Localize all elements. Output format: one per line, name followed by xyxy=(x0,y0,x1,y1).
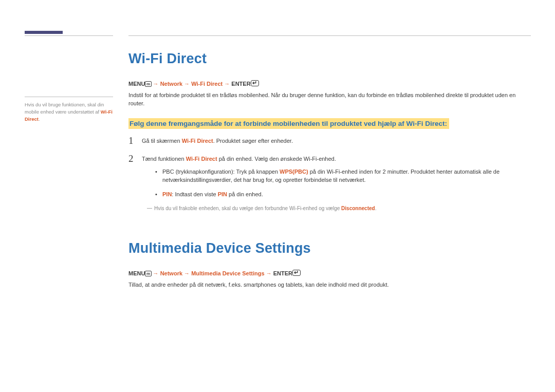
callout-row: Følg denne fremgangsmåde for at forbinde… xyxy=(128,118,531,129)
nav-path-wifi-direct: MENUm → Network → Wi-Fi Direct → ENTER xyxy=(128,80,531,88)
header-rule-left xyxy=(25,35,113,36)
nav-menu-label: MENU xyxy=(128,270,145,276)
step-1-hl: Wi-Fi Direct xyxy=(182,138,213,144)
footnote-hl: Disconnected xyxy=(341,206,375,211)
step-1: 1 Gå til skærmen Wi-Fi Direct. Produktet… xyxy=(128,136,531,145)
step-2-sublist: PBC (trykknapkonfiguration): Tryk på kna… xyxy=(154,168,531,199)
page: Hvis du vil bruge funktionen, skal din m… xyxy=(0,0,555,392)
menu-icon: m xyxy=(145,81,151,87)
sub-pin-post: på din enhed. xyxy=(227,191,263,197)
enter-icon xyxy=(292,270,301,276)
nav-wifidirect: Wi-Fi Direct xyxy=(191,81,223,87)
nav-arrow: → xyxy=(182,270,191,276)
nav-path-multimedia: MENUm → Network → Multimedia Device Sett… xyxy=(128,270,531,278)
nav-arrow: → xyxy=(153,81,160,87)
chapter-tab-marker xyxy=(25,31,63,34)
footnote-post: . xyxy=(375,206,377,211)
header-rule-right xyxy=(128,35,531,36)
step-2: 2 Tænd funktionen Wi-Fi Direct på din en… xyxy=(128,154,531,213)
section-multimedia: Multimedia Device Settings MENUm → Netwo… xyxy=(128,238,531,289)
sub-pin-hl2: PIN xyxy=(218,191,227,197)
sub-pbc-pre: PBC (trykknapkonfiguration): Tryk på kna… xyxy=(162,169,280,175)
step-2-number: 2 xyxy=(128,154,142,213)
nav-menu-label: MENU xyxy=(128,81,145,87)
intro-text: Indstil for at forbinde produktet til en… xyxy=(128,91,531,108)
nav-arrow: → xyxy=(182,81,191,87)
enter-icon xyxy=(251,80,259,86)
sidebar-note-text-post: . xyxy=(39,116,40,122)
nav-mmds: Multimedia Device Settings xyxy=(191,270,264,276)
sub-pin-hl1: PIN xyxy=(162,191,172,197)
sidebar-rule xyxy=(25,97,113,97)
step-2-pre: Tænd funktionen xyxy=(142,156,186,162)
sub-pin: PIN: Indtast den viste PIN på din enhed. xyxy=(154,191,531,199)
footnote-pre: Hvis du vil frakoble enheden, skal du væ… xyxy=(154,206,341,211)
nav-network: Network xyxy=(160,270,182,276)
menu-icon: m xyxy=(145,271,151,276)
main-content: Wi-Fi Direct MENUm → Network → Wi-Fi Dir… xyxy=(128,49,531,300)
step-1-text: Gå til skærmen Wi-Fi Direct. Produktet s… xyxy=(142,136,531,145)
step-2-hl: Wi-Fi Direct xyxy=(186,156,217,162)
nav-enter-label: ENTER xyxy=(273,270,292,276)
nav-arrow: → xyxy=(153,270,160,276)
section-title-multimedia: Multimedia Device Settings xyxy=(128,238,531,258)
step-1-post: . Produktet søger efter enheder. xyxy=(213,138,293,144)
step-1-pre: Gå til skærmen xyxy=(142,138,182,144)
sub-pbc: PBC (trykknapkonfiguration): Tryk på kna… xyxy=(154,168,531,184)
section-title-wifi-direct: Wi-Fi Direct xyxy=(128,49,531,69)
callout-text: Følg denne fremgangsmåde for at forbinde… xyxy=(128,118,449,129)
sidebar-note-text-pre: Hvis du vil bruge funktionen, skal din m… xyxy=(25,102,104,115)
step-1-number: 1 xyxy=(128,136,142,145)
step-2-text: Tænd funktionen Wi-Fi Direct på din enhe… xyxy=(142,154,531,213)
footnote-disconnect: Hvis du vil frakoble enheden, skal du væ… xyxy=(147,205,531,213)
multimedia-body: Tillad, at andre enheder på dit netværk,… xyxy=(128,281,531,289)
sub-pbc-hl: WPS(PBC) xyxy=(280,169,308,175)
nav-network: Network xyxy=(160,81,182,87)
sub-pin-mid: : Indtast den viste xyxy=(172,191,217,197)
step-2-post: på din enhed. Vælg den ønskede Wi-Fi-enh… xyxy=(217,156,336,162)
nav-arrow: → xyxy=(223,81,231,87)
sidebar-note: Hvis du vil bruge funktionen, skal din m… xyxy=(25,97,113,122)
nav-arrow: → xyxy=(265,270,273,276)
nav-enter-label: ENTER xyxy=(231,81,250,87)
